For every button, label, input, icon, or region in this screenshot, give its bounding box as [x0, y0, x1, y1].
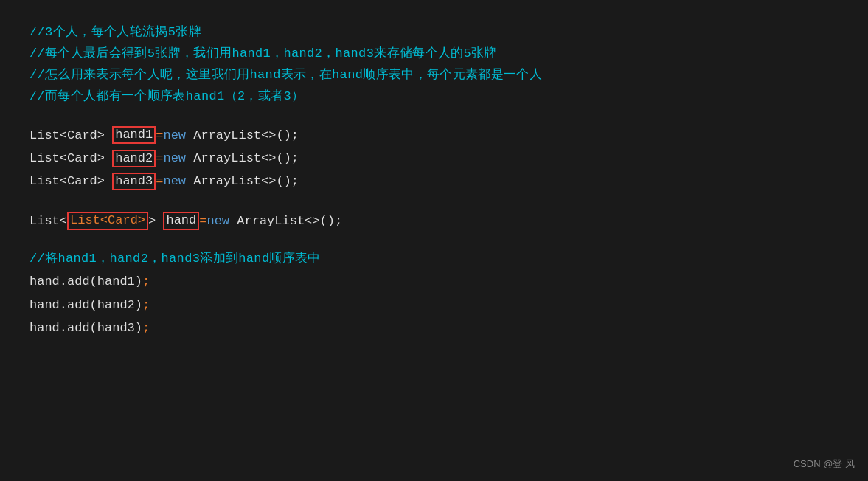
code-block-2: List<List<Card>> hand=new ArrayList<>();: [29, 210, 839, 232]
code-block-3: //将hand1，hand2，hand3添加到hand顺序表中 hand.add…: [29, 249, 839, 339]
code-container: //3个人，每个人轮流揭5张牌 //每个人最后会得到5张牌，我们用hand1，h…: [0, 0, 868, 481]
code-block-1: List<Card> hand1=new ArrayList<>(); List…: [29, 124, 839, 193]
comment-add: //将hand1，hand2，hand3添加到hand顺序表中: [29, 249, 839, 270]
comment-line-1: //3个人，每个人轮流揭5张牌: [29, 22, 839, 44]
code-line-hand1: List<Card> hand1=new ArrayList<>();: [29, 124, 839, 147]
comment-line-4: //而每个人都有一个顺序表hand1（2，或者3）: [29, 86, 839, 108]
highlight-hand2: hand2: [112, 150, 156, 167]
comment-line-2: //每个人最后会得到5张牌，我们用hand1，hand2，hand3来存储每个人…: [29, 44, 839, 65]
code-line-hand3: List<Card> hand3=new ArrayList<>();: [29, 170, 839, 193]
highlight-hand1: hand1: [112, 126, 156, 144]
watermark: CSDN @登 风: [794, 457, 855, 471]
highlight-list-card: List<Card>: [67, 212, 148, 229]
comment-line-3: //怎么用来表示每个人呢，这里我们用hand表示，在hand顺序表中，每个元素都…: [29, 65, 839, 86]
highlight-hand: hand: [163, 212, 199, 229]
code-line-add2: hand.add(hand2);: [29, 294, 839, 316]
code-line-add1: hand.add(hand1);: [29, 270, 839, 293]
highlight-hand3: hand3: [112, 173, 156, 190]
code-line-hand-list: List<List<Card>> hand=new ArrayList<>();: [29, 210, 839, 232]
code-line-hand2: List<Card> hand2=new ArrayList<>();: [29, 147, 839, 170]
code-line-add3: hand.add(hand3);: [29, 316, 839, 339]
